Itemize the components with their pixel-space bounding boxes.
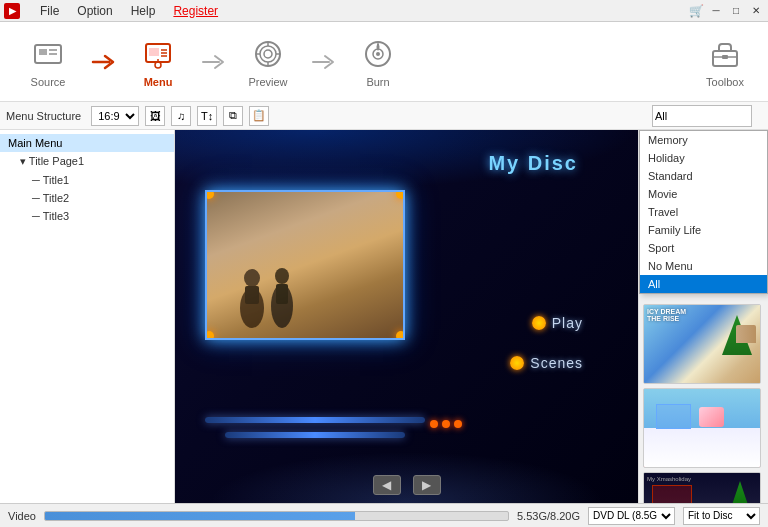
menu-structure-label: Menu Structure	[6, 110, 81, 122]
svg-point-13	[260, 46, 276, 62]
toolbar-item-burn[interactable]: Burn	[338, 26, 418, 98]
dropdown-item-nomenu[interactable]: No Menu	[640, 257, 767, 275]
menu-file[interactable]: File	[32, 2, 67, 20]
status-label: Video	[8, 510, 36, 522]
progress-bar	[44, 511, 509, 521]
thumb-3-label: My Xmasholiday	[647, 476, 691, 482]
dash-title1: ─	[32, 174, 43, 186]
aspect-ratio-select[interactable]: 16:9 4:3	[91, 106, 139, 126]
menu-icon	[140, 36, 176, 72]
cart-icon: 🛒	[689, 4, 704, 18]
orange-dot-3	[454, 420, 462, 428]
canvas-area: My Disc	[175, 130, 638, 503]
tree-item-main-menu[interactable]: Main Menu	[0, 134, 174, 152]
app-icon: ▶	[4, 3, 20, 19]
orange-dot-2	[442, 420, 450, 428]
tree-item-title-page1[interactable]: ▾ Title Page1	[0, 152, 174, 171]
dropdown-item-sport[interactable]: Sport	[640, 239, 767, 257]
thumbnail-2[interactable]	[643, 388, 761, 468]
preview-icon	[250, 36, 286, 72]
paste-icon-btn[interactable]: 📋	[249, 106, 269, 126]
svg-point-25	[244, 269, 260, 287]
title-bar-right: 🛒 ─ □ ✕	[689, 3, 764, 19]
dropdown-item-memory[interactable]: Memory	[640, 131, 767, 149]
corner-light-rt	[396, 190, 405, 199]
text-icon-btn[interactable]: T↕	[197, 106, 217, 126]
scenes-button[interactable]: Scenes	[510, 355, 583, 371]
arrow-source-to-menu	[88, 26, 118, 98]
arrow-preview-to-burn	[308, 26, 338, 98]
menu-help[interactable]: Help	[123, 2, 164, 20]
dropdown-item-standard[interactable]: Standard	[640, 167, 767, 185]
copy-icon-btn[interactable]: ⧉	[223, 106, 243, 126]
source-icon	[30, 36, 66, 72]
category-select[interactable]: All Memory Holiday Standard Movie Travel…	[652, 105, 752, 127]
menu-register[interactable]: Register	[165, 2, 226, 20]
status-bar: Video 5.53G/8.20G DVD DL (8.5G Fit to Di…	[0, 503, 768, 527]
video-frame[interactable]	[205, 190, 405, 340]
menu-bar: File Option Help Register	[32, 2, 226, 20]
toolbar: Source Menu	[0, 22, 768, 102]
svg-point-12	[264, 50, 272, 58]
toolbox-icon	[707, 36, 743, 72]
fit-option-select[interactable]: Fit to Disc High Quality Best Quality	[683, 507, 760, 525]
svg-rect-3	[49, 53, 57, 55]
scenes-label: Scenes	[530, 355, 583, 371]
dropdown-item-holiday[interactable]: Holiday	[640, 149, 767, 167]
svg-rect-2	[49, 49, 57, 51]
sub-toolbar: Menu Structure 16:9 4:3 🖼 ♫ T↕ ⧉ 📋 All M…	[0, 102, 768, 130]
toolbar-item-toolbox[interactable]: Toolbox	[690, 26, 760, 98]
menu-label: Menu	[144, 76, 173, 88]
thumbnail-1[interactable]: ICY DREAMTHE RISE	[643, 304, 761, 384]
arrow-menu-to-preview	[198, 26, 228, 98]
toolbar-item-source[interactable]: Source	[8, 26, 88, 98]
nav-arrows: ◀ ▶	[373, 475, 441, 495]
tree-item-title2[interactable]: ─ Title2	[0, 189, 174, 207]
tree-item-title1[interactable]: ─ Title1	[0, 171, 174, 189]
orange-dot-1	[430, 420, 438, 428]
right-panel: Memory Holiday Standard Movie Travel Fam…	[638, 130, 768, 503]
menu-option[interactable]: Option	[69, 2, 120, 20]
play-button[interactable]: Play	[532, 315, 583, 331]
main-menu-label: Main Menu	[8, 137, 62, 149]
category-dropdown-list: Memory Holiday Standard Movie Travel Fam…	[639, 130, 768, 294]
thumb-1-label: ICY DREAMTHE RISE	[647, 308, 686, 322]
decorative-bar-1	[205, 417, 425, 423]
toolbox-label: Toolbox	[706, 76, 744, 88]
disc-type-select[interactable]: DVD DL (8.5G	[588, 507, 675, 525]
corner-light-rb	[396, 331, 405, 340]
toolbar-item-preview[interactable]: Preview	[228, 26, 308, 98]
dropdown-item-movie[interactable]: Movie	[640, 185, 767, 203]
video-frame-inner	[207, 192, 403, 338]
source-label: Source	[31, 76, 66, 88]
nav-prev-button[interactable]: ◀	[373, 475, 401, 495]
close-button[interactable]: ✕	[748, 3, 764, 19]
svg-rect-23	[722, 55, 728, 59]
status-size: 5.53G/8.20G	[517, 510, 580, 522]
corner-light-lt	[205, 190, 214, 199]
play-dot	[532, 316, 546, 330]
left-panel: Main Menu ▾ Title Page1 ─ Title1 ─ Title…	[0, 130, 175, 503]
maximize-button[interactable]: □	[728, 3, 744, 19]
nav-next-button[interactable]: ▶	[413, 475, 441, 495]
thumbnail-3[interactable]: My Xmasholiday	[643, 472, 761, 503]
category-dropdown-container: All Memory Holiday Standard Movie Travel…	[652, 105, 762, 127]
dropdown-item-all[interactable]: All	[640, 275, 767, 293]
minimize-button[interactable]: ─	[708, 3, 724, 19]
progress-bar-fill	[45, 512, 355, 520]
dropdown-item-travel[interactable]: Travel	[640, 203, 767, 221]
expand-arrow: ▾	[20, 155, 29, 167]
svg-point-27	[275, 268, 289, 284]
video-figures	[227, 248, 307, 328]
burn-icon	[360, 36, 396, 72]
decorative-bar-2	[225, 432, 405, 438]
corner-light-lb	[205, 331, 214, 340]
tree-item-title3[interactable]: ─ Title3	[0, 207, 174, 225]
dropdown-item-familylife[interactable]: Family Life	[640, 221, 767, 239]
image-icon-btn[interactable]: 🖼	[145, 106, 165, 126]
svg-rect-1	[39, 49, 47, 55]
music-icon-btn[interactable]: ♫	[171, 106, 191, 126]
toolbar-item-menu[interactable]: Menu	[118, 26, 198, 98]
dash-title2: ─	[32, 192, 43, 204]
orange-dots	[430, 420, 462, 428]
